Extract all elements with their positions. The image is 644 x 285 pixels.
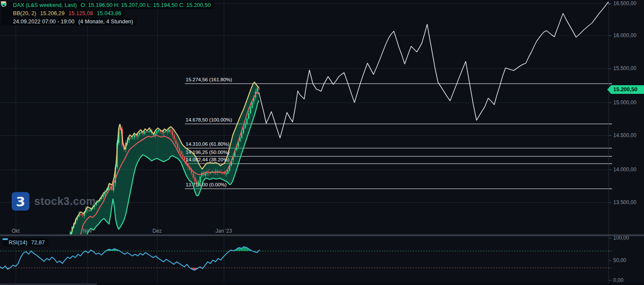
candle-body — [184, 157, 185, 160]
candle-body — [156, 131, 158, 134]
price-axis-label[interactable]: 15.500,00 — [613, 65, 636, 71]
candle-body — [129, 138, 130, 141]
candle-body — [248, 113, 249, 119]
last-price-badge: 15.200,50 — [607, 85, 644, 94]
stock3-logo: 3 — [12, 192, 29, 211]
ohlc-values: O: 15.196,50 H: 15.207,00 L: 15.194,50 C… — [81, 2, 211, 8]
bollinger-middle-value: 15.125,08 — [68, 10, 93, 16]
time-range: 24.09.2022 07:00 - 19:00 — [13, 19, 74, 25]
candle-body — [135, 135, 137, 136]
rsi-oversold-fill — [0, 247, 260, 270]
candle-body — [158, 130, 159, 131]
candle-body — [68, 237, 69, 241]
candle-body — [250, 107, 251, 113]
price-axis-label[interactable]: 14.500,00 — [613, 132, 636, 138]
price-axis-label[interactable]: 15.000,00 — [613, 99, 636, 106]
candle-body — [182, 154, 184, 157]
panel-divider[interactable] — [0, 234, 644, 236]
candle-body — [175, 140, 177, 144]
candle-body — [194, 177, 196, 182]
rsi-axis-label[interactable]: 0,00 — [613, 277, 623, 283]
price-axis-label[interactable]: 16.000,00 — [613, 32, 636, 38]
bollinger-lower-value: 15.043,86 — [97, 10, 122, 16]
legend-row-symbol[interactable]: DAX (L&S weekend, Last) O: 15.196,50 H: … — [1, 1, 214, 9]
candle-body — [139, 133, 140, 134]
time-interval: (4 Monate, 4 Stunden) — [78, 19, 133, 25]
candle-body — [109, 187, 111, 187]
candle-body — [80, 215, 81, 215]
candle-body — [163, 131, 164, 133]
candle-body — [170, 130, 171, 131]
candle-body — [225, 173, 227, 174]
candle-body — [148, 131, 149, 132]
candle-body — [224, 173, 225, 174]
price-axis-label[interactable]: 13.500,00 — [613, 199, 636, 205]
candle-body — [257, 88, 258, 92]
fib-level-label[interactable]: 14.196,25 (50.00%) — [186, 150, 229, 156]
bollinger-upper-value: 15.206,29 — [40, 10, 65, 16]
candle-body — [243, 128, 244, 133]
candle-body — [130, 138, 132, 138]
candle-body — [168, 130, 170, 132]
fib-level-label[interactable]: 14.678,50 (100.00%) — [186, 117, 232, 124]
legend-row-time: 24.09.2022 07:00 - 19:00 (4 Monate, 4 St… — [1, 18, 137, 26]
rsi-line — [0, 247, 260, 270]
price-axis-separator — [609, 0, 609, 285]
time-axis-label[interactable]: Dez — [152, 228, 161, 234]
price-axis-label[interactable]: 14.000,00 — [613, 167, 636, 173]
time-axis-label[interactable]: Okt — [12, 228, 20, 234]
candle-body — [245, 124, 246, 128]
chart-legend: DAX (L&S weekend, Last) O: 15.196,50 H: … — [1, 1, 214, 26]
candle-body — [205, 173, 206, 176]
bollinger-label: BB(20, 2) — [13, 10, 36, 16]
candle-body — [137, 134, 138, 136]
candle-body — [144, 131, 145, 134]
candle-body — [167, 132, 168, 132]
candle-body — [165, 131, 166, 132]
candle-body — [179, 148, 180, 151]
time-axis-label[interactable]: Nov — [83, 228, 92, 234]
candle-body — [246, 118, 248, 124]
price-axis-label[interactable]: 16.500,00 — [613, 0, 636, 6]
candle-body — [227, 170, 229, 173]
stock3-watermark[interactable]: 3 stock3.com — [12, 192, 96, 211]
candle-body — [141, 132, 142, 133]
candle-body — [161, 132, 163, 133]
rsi-axis-label[interactable]: 50,00 — [613, 257, 626, 263]
candle-body — [82, 214, 83, 215]
candle-body — [134, 135, 135, 138]
candle-body — [193, 173, 194, 178]
rsi-label: RSI(14) — [9, 240, 27, 246]
candle-body — [219, 171, 220, 172]
candle-body — [174, 135, 175, 140]
time-axis-label[interactable]: Jan '23 — [216, 228, 232, 234]
main-chart-series — [68, 82, 260, 244]
candle-body — [146, 131, 147, 132]
stock3-watermark-text: stock3.com — [34, 195, 96, 208]
candle-body — [258, 89, 260, 90]
candle-body — [251, 102, 253, 108]
rsi-legend[interactable]: RSI(14) 72,87 — [3, 238, 48, 247]
fib-level-label[interactable]: 15.274,56 (161.80%) — [186, 77, 232, 83]
fib-level-label[interactable]: 13.714,00 (0.00%) — [186, 182, 227, 189]
legend-row-bollinger[interactable]: BB(20, 2) 15.206,29 15.125,08 15.043,86 — [1, 10, 125, 17]
candle-body — [132, 138, 133, 138]
symbol-title: DAX (L&S weekend, Last) — [13, 2, 77, 8]
candle-body — [149, 131, 151, 132]
price-chart-canvas[interactable] — [0, 0, 644, 285]
rsi-value: 72,87 — [31, 240, 45, 246]
candle-body — [220, 172, 222, 172]
candle-body — [200, 176, 201, 182]
bottom-toolbar-segment — [0, 283, 97, 285]
trading-chart-app: DAX (L&S weekend, Last) O: 15.196,50 H: … — [0, 0, 644, 285]
fib-level-label[interactable]: 14.310,06 (61.80%) — [186, 141, 229, 148]
candle-body — [177, 143, 178, 148]
candle-body — [172, 131, 173, 135]
fib-level-label[interactable]: 14.082,44 (38.20%) — [186, 157, 229, 163]
rsi-overbought-fill — [0, 247, 260, 270]
candle-body — [180, 151, 182, 154]
price-line-series — [259, 2, 609, 138]
